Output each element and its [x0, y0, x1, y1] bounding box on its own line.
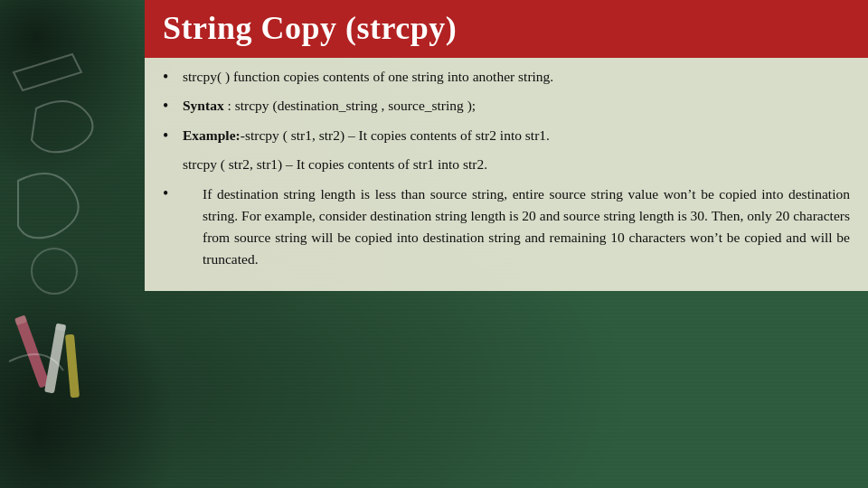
bullet-3-bold: Example:	[183, 127, 241, 143]
bullet-text-2: Syntax : strcpy (destination_string , so…	[183, 96, 850, 116]
bullet-item-1: • strcpy( ) function copies contents of …	[163, 67, 850, 88]
extra-line-strcpy: strcpy ( str2, str1) – It copies content…	[183, 155, 850, 174]
page-title: String Copy (strcpy)	[163, 10, 457, 46]
bullet-dot-3: •	[163, 126, 183, 146]
content-area: String Copy (strcpy) • strcpy( ) functio…	[145, 0, 868, 488]
bullet-3-rest: -strcpy ( str1, str2) – It copies conten…	[241, 127, 550, 143]
bullet-text-3: Example:-strcpy ( str1, str2) – It copie…	[183, 126, 850, 145]
title-bar: String Copy (strcpy)	[145, 0, 868, 58]
content-box: • strcpy( ) function copies contents of …	[145, 58, 868, 291]
bullet-dot-2: •	[163, 96, 183, 117]
bullet-2-rest: : strcpy (destination_string , source_st…	[224, 98, 476, 113]
bullet-item-4: • If destination string length is less t…	[163, 183, 850, 270]
bullet-text-1: strcpy( ) function copies contents of on…	[183, 67, 850, 87]
bullet-dot-4: •	[163, 183, 183, 204]
bullet-text-4: If destination string length is less tha…	[203, 183, 850, 270]
bullet-2-bold: Syntax	[183, 98, 224, 113]
bullet-dot-1: •	[163, 67, 183, 88]
bullet-item-3: • Example:-strcpy ( str1, str2) – It cop…	[163, 126, 850, 146]
bullet-item-2: • Syntax : strcpy (destination_string , …	[163, 96, 850, 117]
